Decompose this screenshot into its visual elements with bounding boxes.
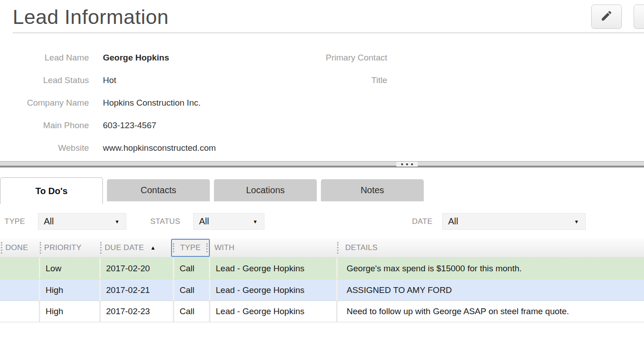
details-cell: George's max spend is $15000 for this mo… [336,258,644,279]
column-resize-handle[interactable] [1,242,2,254]
priority-cell: High [39,279,99,301]
type-cell: Call [173,279,209,301]
chevron-down-icon: ▼ [115,219,120,224]
type-cell: Call [173,301,209,322]
with-cell: Lead - George Hopkins [209,301,336,322]
done-cell [0,279,39,301]
lead-name-label: Lead Name [0,53,89,63]
tab-locations-label: Locations [246,185,285,195]
due-date-cell: 2017-02-21 [99,279,173,301]
website-value: www.hopkinsconstructed.com [103,143,216,153]
details-cell: Need to follow up with George ASAP on st… [336,301,644,322]
tab-todos-label: To Do's [35,186,67,196]
website-label: Website [0,143,89,153]
grip-dot [406,163,408,165]
todo-table-header: DONE PRIORITY DUE DATE ▲ TYPE WITH [0,238,644,257]
date-filter-label: DATE [412,217,432,226]
column-header-priority-label: PRIORITY [44,243,82,252]
priority-cell: Low [39,258,99,279]
todo-row-1[interactable]: Low 2017-02-20 Call Lead - George Hopkin… [0,257,644,279]
column-header-done[interactable]: DONE [0,238,39,257]
type-filter-dropdown[interactable]: All ▼ [38,213,126,230]
column-header-with-label: WITH [214,243,235,252]
column-header-details[interactable]: DETAILS [336,238,644,257]
field-lead-name: Lead Name George Hopkins [0,46,169,69]
column-resize-handle[interactable] [337,242,338,254]
field-company-name: Company Name Hopkins Construction Inc. [0,92,201,114]
title-divider [13,32,644,33]
chevron-down-icon: ▼ [253,219,258,224]
todo-row-2[interactable]: High 2017-02-21 Call Lead - George Hopki… [0,279,644,301]
field-primary-contact: Primary Contact [316,46,401,69]
type-filter-value: All [44,216,54,227]
field-main-phone: Main Phone 603-123-4567 [0,114,156,137]
chevron-down-icon: ▼ [574,219,579,224]
column-header-due-date[interactable]: DUE DATE ▲ [99,238,173,257]
column-resize-handle[interactable] [206,243,208,252]
column-resize-handle[interactable] [173,243,174,252]
tab-notes[interactable]: Notes [321,179,424,201]
pencil-icon [600,9,613,24]
field-title: Title [316,69,401,92]
status-filter-label: STATUS [150,217,180,226]
details-cell: ASSIGNED TO AMY FORD [336,279,644,301]
column-header-done-label: DONE [5,243,28,252]
todo-table: DONE PRIORITY DUE DATE ▲ TYPE WITH [0,238,644,322]
company-name-label: Company Name [0,98,89,108]
tab-locations[interactable]: Locations [214,179,317,201]
pane-splitter [0,161,644,167]
due-date-cell: 2017-02-23 [99,301,173,322]
tab-contacts-label: Contacts [141,185,176,195]
main-phone-value: 603-123-4567 [103,121,156,130]
field-website: Website www.hopkinsconstructed.com [0,137,216,159]
with-cell: Lead - George Hopkins [209,279,336,301]
date-filter-value: All [448,216,458,227]
todo-row-3[interactable]: High 2017-02-23 Call Lead - George Hopki… [0,301,644,322]
secondary-action-button[interactable] [634,5,644,29]
grip-dot [401,163,403,165]
priority-cell: High [39,301,99,322]
column-header-with[interactable]: WITH [209,238,336,257]
tab-notes-label: Notes [361,185,384,195]
sort-ascending-icon: ▲ [150,245,156,251]
lead-status-value: Hot [103,75,116,85]
primary-contact-label: Primary Contact [316,53,387,63]
with-cell: Lead - George Hopkins [209,258,336,279]
status-filter-dropdown[interactable]: All ▼ [193,213,264,230]
tab-contacts[interactable]: Contacts [107,179,210,201]
column-resize-handle[interactable] [100,242,102,254]
main-phone-label: Main Phone [0,121,89,130]
edit-lead-button[interactable] [591,5,622,29]
page-title: Lead Information [13,5,169,29]
column-header-type-label: TYPE [180,243,201,252]
due-date-cell: 2017-02-20 [99,258,173,279]
column-header-due-date-label: DUE DATE [105,243,144,252]
column-header-details-label: DETAILS [345,243,378,252]
company-name-value: Hopkins Construction Inc. [103,98,201,108]
lead-status-label: Lead Status [0,75,89,85]
field-lead-status: Lead Status Hot [0,69,116,92]
type-cell: Call [173,258,209,279]
done-cell [0,258,39,279]
title-label: Title [316,75,387,85]
lead-name-value: George Hopkins [103,53,169,63]
selected-column-box: TYPE [171,239,210,257]
tab-todos[interactable]: To Do's [0,177,103,204]
column-header-type[interactable]: TYPE [173,238,209,257]
column-resize-handle[interactable] [40,242,41,254]
done-cell [0,301,39,322]
date-filter-dropdown[interactable]: All ▼ [442,213,586,230]
grip-dot [411,163,413,165]
splitter-grip-icon[interactable] [396,162,418,167]
status-filter-value: All [199,216,209,227]
column-header-priority[interactable]: PRIORITY [39,238,99,257]
lead-detail-screen: Lead Information Lead Name George Hopkin… [0,0,644,339]
type-filter-label: TYPE [5,217,25,226]
